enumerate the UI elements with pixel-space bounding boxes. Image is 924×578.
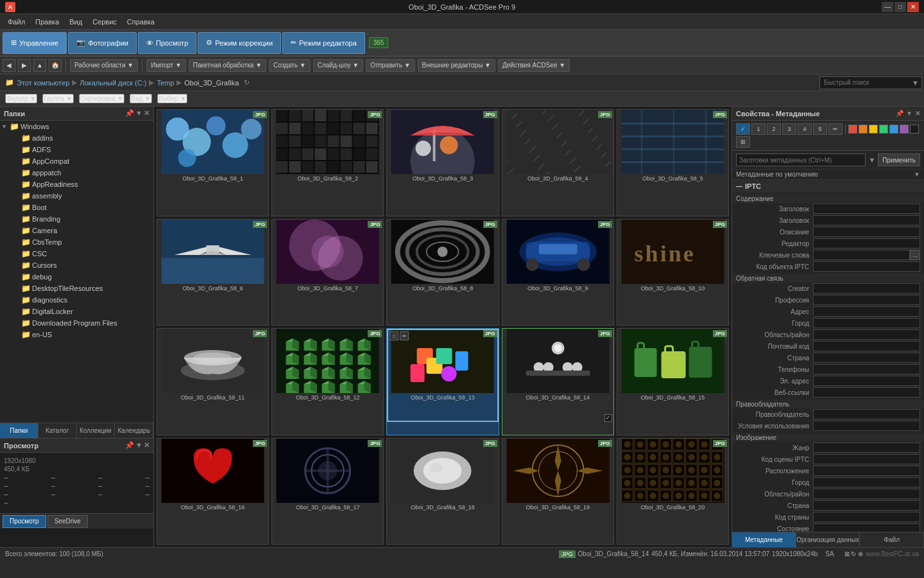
photos-btn[interactable]: 📷 Фотографии [68,32,137,54]
meta-grid-btn[interactable]: ⊞ [736,136,750,148]
preview-config-icon[interactable]: ▼ [135,441,142,450]
region1-input[interactable] [813,329,920,340]
breadcrumb-temp[interactable]: Temp [157,79,174,87]
thumb-pencil-icon[interactable]: ✏ [400,331,409,340]
status-icon-1[interactable]: ⊠ [844,550,850,557]
thumbnail-item-20[interactable]: JPG [617,438,729,545]
preview-close-icon[interactable]: ✕ [144,441,150,450]
tree-item-appreadiness[interactable]: 📁 AppReadiness [0,179,153,190]
thumbnail-item-8[interactable]: JPG Oboi_3D_Grafika_58_8 [386,219,499,326]
actions-btn[interactable]: Действия ACDSee ▼ [498,59,570,72]
color-blue-swatch[interactable] [889,125,898,134]
region2-input[interactable] [813,489,920,499]
thumbnail-item-6[interactable]: JPG Oboi_3D_Grafika_58_6 [157,219,269,326]
tree-item-branding[interactable]: 📁 Branding [0,213,153,225]
tree-item-camera[interactable]: 📁 Camera [0,225,153,236]
thumbnail-item-7[interactable]: JPG Oboi_3D_Grafika_58_7 [271,219,384,326]
menu-item-правка[interactable]: Правка [30,17,64,27]
refresh-icon[interactable]: ↻ [244,78,250,87]
tab-catalog[interactable]: Каталог [38,423,77,438]
maximize-button[interactable]: □ [894,2,906,12]
tree-item-csc[interactable]: 📁 CSC [0,248,153,259]
editor-input[interactable] [813,238,920,249]
manage-btn[interactable]: ⊞ Управление [3,32,67,54]
address-input[interactable] [813,306,920,317]
genre-input[interactable] [813,442,920,453]
country1-input[interactable] [813,353,920,363]
right-close-icon[interactable]: ✕ [915,110,920,117]
thumbnail-item-5[interactable]: JPG Oboi_3D_Grafika_58_5 [617,109,729,216]
tree-item-windows[interactable]: ▼ 📁 Windows [0,121,153,132]
iptc-code-input[interactable] [813,261,920,272]
tree-item-apppatch[interactable]: 📁 apppatch [0,167,153,179]
status-icon-2[interactable]: ↻ [851,550,856,557]
tree-item-adfs[interactable]: 📁 ADFS [0,144,153,155]
color-red-swatch[interactable] [848,125,857,134]
meta-template-input[interactable] [736,153,866,166]
nav-fwd-btn[interactable]: ▶ [18,59,31,72]
preview-pin-icon[interactable]: 📌 [125,441,134,450]
breadcrumb-disk[interactable]: Локальный диск (C:) [80,79,146,87]
create-btn[interactable]: Создать ▼ [269,59,311,72]
thumbnail-item-13[interactable]: JPG □✏Oboi_3D_Grafika_58_13 [386,328,499,435]
meta-3-btn[interactable]: 3 [782,123,796,135]
group-btn[interactable]: Группа ▼ [42,94,73,103]
thumbnail-item-14[interactable]: JPG ✓Oboi_3D_Grafika_58_14 [502,328,614,435]
meta-2-btn[interactable]: 2 [767,123,781,135]
view-mode-btn[interactable]: Вид ▼ [130,94,152,103]
thumbnail-item-19[interactable]: JPG Oboi_3D_Grafika_58_19 [502,438,614,545]
color-none-swatch[interactable] [910,125,919,134]
tab-calendar[interactable]: Календарь [115,423,153,438]
iptc-scene-input[interactable] [813,454,920,464]
menu-item-справка[interactable]: Справка [122,17,160,27]
breadcrumb-computer[interactable]: Этот компьютер [17,79,69,87]
batch-btn[interactable]: Пакетная обработка ▼ [189,59,266,72]
thumbnail-item-16[interactable]: JPG Oboi_3D_Grafika_58_16 [157,438,269,545]
meta-4-btn[interactable]: 4 [798,123,812,135]
thumbnail-item-10[interactable]: JPG shine Oboi_3D_Grafika_58_10 [617,219,729,326]
web-input[interactable] [813,387,920,398]
import-btn[interactable]: Импорт ▼ [146,59,186,72]
keywords-input[interactable] [813,250,910,260]
menu-item-вид[interactable]: Вид [64,17,87,27]
select-btn[interactable]: Выбор ▼ [157,94,187,103]
develop-btn[interactable]: ⚙ Режим коррекции [198,32,281,54]
tree-item-boot[interactable]: 📁 Boot [0,202,153,213]
color-yellow-swatch[interactable] [869,125,878,134]
thumbnail-item-18[interactable]: JPG Oboi_3D_Grafika_58_18 [386,438,499,545]
meta-check-btn[interactable]: ✓ [736,123,750,135]
color-green-swatch[interactable] [879,125,888,134]
color-purple-swatch[interactable] [900,125,909,134]
tree-item-cursors[interactable]: 📁 Cursors [0,259,153,271]
keywords-browse-btn[interactable]: ... [910,250,920,260]
meta-edit-btn[interactable]: ✏ [828,123,843,135]
status-icon-3[interactable]: ⊕ [858,550,863,557]
thumbnail-item-3[interactable]: JPG Oboi_3D_Grafika_58_3 [386,109,499,216]
country2-input[interactable] [813,500,920,511]
meta-template-arrow[interactable]: ▼ [868,156,875,164]
right-tab-file[interactable]: Файл [860,532,924,547]
close-panel-icon[interactable]: ✕ [144,109,150,118]
city1-input[interactable] [813,318,920,328]
search-input[interactable] [819,76,922,89]
city2-input[interactable] [813,477,920,487]
description-input[interactable] [813,227,920,237]
tree-item-cbstemp[interactable]: 📁 CbsTemp [0,236,153,248]
default-meta-arrow[interactable]: ▼ [914,171,920,178]
nav-home-btn[interactable]: 🏠 [49,59,62,72]
thumbnail-item-11[interactable]: JPG Oboi_3D_Grafika_58_11 [157,328,269,435]
tab-collections[interactable]: Коллекции [77,423,116,438]
profession-input[interactable] [813,295,920,305]
menu-item-файл[interactable]: Файл [3,17,30,27]
tab-seedrive[interactable]: SeeDrive [47,515,88,528]
pin-icon[interactable]: 📌 [125,109,134,118]
tree-item-diagnostics[interactable]: 📁 diagnostics [0,294,153,306]
thumb-edit-icon[interactable]: □ [389,331,398,340]
thumbnail-item-12[interactable]: JPG [271,328,384,435]
nav-back-btn[interactable]: ◀ [3,59,15,72]
state-input[interactable] [813,523,920,532]
iptc-header[interactable]: — IPTC [732,180,924,193]
close-button[interactable]: ✕ [907,2,919,12]
headline1-input[interactable] [813,204,920,214]
color-orange-swatch[interactable] [859,125,868,134]
